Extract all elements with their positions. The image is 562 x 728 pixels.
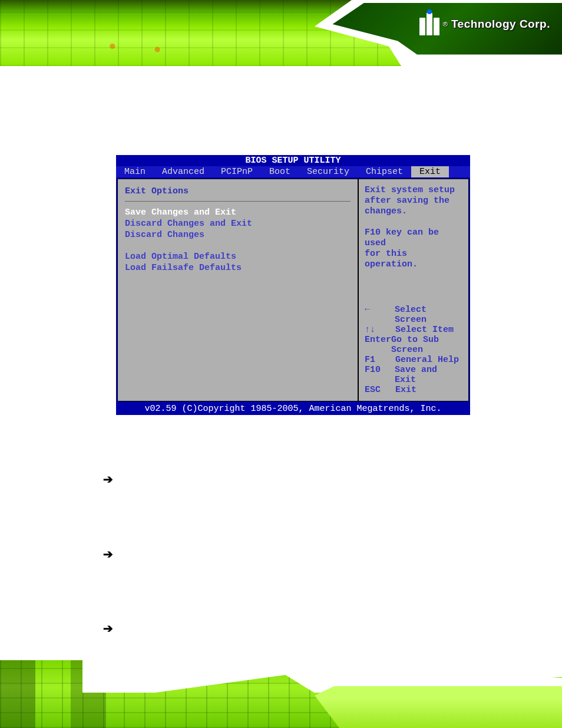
key-name: Enter [365,335,391,355]
bios-left-panel: Exit Options Save Changes and ExitDiscar… [117,179,358,401]
bios-help-text: Exit system setupafter saving thechanges… [365,185,462,270]
key-name: F10 [365,365,395,385]
key-legend-row: F10Save and Exit [365,365,462,385]
key-action: Go to Sub Screen [391,335,462,355]
arrow-bullet-icon: ➔ [103,547,113,561]
key-legend-row: ESCExit [365,385,462,395]
help-line: for this operation. [365,249,462,270]
bottom-banner [0,660,562,728]
key-action: Select Screen [395,305,462,325]
registered-mark: ® [443,21,448,28]
key-name: ESC [365,385,395,395]
bios-tab-exit[interactable]: Exit [411,166,449,177]
arrow-bullet-icon: ➔ [103,621,113,635]
exit-options-heading: Exit Options [125,186,351,202]
key-action: Exit [395,385,416,395]
bios-key-legend: ←Select Screen↑↓Select ItemEnterGo to Su… [365,305,462,395]
bios-title: BIOS SETUP UTILITY [116,155,470,166]
key-legend-row: F1General Help [365,355,462,365]
key-legend-row: ←Select Screen [365,305,462,325]
bios-tab-main[interactable]: Main [116,166,154,177]
bios-menu-item[interactable]: Discard Changes and Exit [125,219,351,229]
help-line: after saving the [365,196,462,206]
key-action: General Help [395,355,459,365]
bios-screenshot: BIOS SETUP UTILITY MainAdvancedPCIPnPBoo… [116,155,470,415]
help-line [365,217,462,228]
bios-tab-boot[interactable]: Boot [261,166,299,177]
help-line: F10 key can be used [365,228,462,249]
key-action: Select Item [395,325,454,335]
key-action: Save and Exit [395,365,462,385]
iei-logo-icon [419,13,439,35]
bios-tab-chipset[interactable]: Chipset [358,166,411,177]
bios-footer: v02.59 (C)Copyright 1985-2005, American … [116,403,470,415]
brand-text: Technology Corp. [451,18,550,31]
key-legend-row: ↑↓Select Item [365,325,462,335]
bios-right-panel: Exit system setupafter saving thechanges… [358,179,469,401]
key-name: F1 [365,355,395,365]
bios-menu-item[interactable]: Save Changes and Exit [125,207,351,218]
bios-tab-pcipnp[interactable]: PCIPnP [213,166,261,177]
key-name: ↑↓ [365,325,395,335]
help-line: Exit system setup [365,185,462,196]
green-swoosh [315,678,562,728]
bios-menu-item[interactable]: Load Optimal Defaults [125,252,351,262]
key-legend-row: EnterGo to Sub Screen [365,335,462,355]
arrow-bullet-icon: ➔ [103,472,113,486]
top-banner: ® Technology Corp. [0,0,562,66]
bios-menu-item[interactable]: Discard Changes [125,230,351,240]
bios-body: Exit Options Save Changes and ExitDiscar… [116,177,470,403]
logo-area: ® Technology Corp. [419,13,550,35]
help-line: changes. [365,206,462,217]
bios-menu-item[interactable]: Load Failsafe Defaults [125,263,351,273]
key-name: ← [365,305,395,325]
bios-tab-security[interactable]: Security [299,166,358,177]
bios-tab-advanced[interactable]: Advanced [154,166,213,177]
bios-tab-bar: MainAdvancedPCIPnPBootSecurityChipsetExi… [116,166,470,177]
